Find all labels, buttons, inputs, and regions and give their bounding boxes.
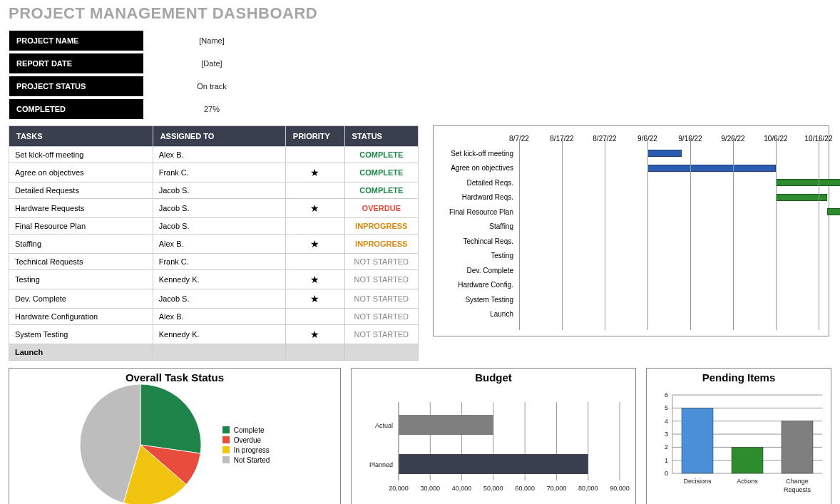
pie-chart-box: Overall Task Status CompleteOverdueIn pr… <box>9 368 341 504</box>
gantt-row-label: Detailed Reqs. <box>434 179 519 187</box>
gantt-row-label: Dev. Complete <box>434 267 519 274</box>
tasks-header-task: TASKS <box>9 126 153 147</box>
gantt-bar <box>647 150 682 157</box>
gantt-bar <box>647 165 776 172</box>
meta-value-completed: 27% <box>144 98 280 120</box>
meta-label-report-date: REPORT DATE <box>9 53 144 74</box>
gantt-row-label: Techincal Reqs. <box>434 237 519 245</box>
pending-chart-title: Pending Items <box>651 371 826 384</box>
priority-cell <box>285 218 344 235</box>
gantt-row: Hardward Reqs. <box>434 190 821 205</box>
status-cell: NOT STARTED <box>344 254 418 270</box>
gantt-row-label: Agree on objectives <box>434 164 519 172</box>
assigned-cell: Jacob S. <box>153 218 285 235</box>
legend-label: Not Started <box>234 456 270 464</box>
budget-chart-box: Budget 20,00030,00040,00050,00060,00070,… <box>351 368 636 504</box>
pending-chart-box: Pending Items 0123456DecisionsActionsCha… <box>646 368 831 504</box>
priority-cell: ★ <box>285 289 344 309</box>
tasks-header-status: STATUS <box>344 126 418 147</box>
gantt-row-label: Hardward Reqs. <box>434 193 519 201</box>
tasks-header-assigned: ASSIGNED TO <box>153 126 285 147</box>
gantt-row: Final Resource Plan <box>434 205 821 220</box>
meta-label-project-status: PROJECT STATUS <box>9 76 144 97</box>
table-row: Final Resource PlanJacob S.INPROGRESS <box>9 218 419 235</box>
gantt-row: Launch <box>434 307 821 322</box>
gantt-row-label: Hardware Config. <box>434 281 519 289</box>
page-title: PROJECT MANAGEMENT DASHBOARD <box>9 4 831 23</box>
svg-text:Decisions: Decisions <box>683 478 712 485</box>
meta-value-report-date: [Date] <box>144 53 280 74</box>
legend-item: In progress <box>222 446 270 454</box>
table-row: Agree on objectivesFrank C.★COMPLETE <box>9 163 419 182</box>
gantt-bar <box>776 179 840 186</box>
svg-text:Planned: Planned <box>369 461 393 468</box>
gantt-row-label: System Testing <box>434 296 519 304</box>
status-cell: NOT STARTED <box>344 309 418 325</box>
svg-text:6: 6 <box>665 391 668 398</box>
legend-label: Complete <box>234 426 265 434</box>
assigned-cell: Kennedy K. <box>153 325 285 344</box>
table-row: Hardware RequestsJacob S.★OVERDUE <box>9 199 419 218</box>
meta-label-project-name: PROJECT NAME <box>9 30 144 51</box>
status-cell: OVERDUE <box>344 199 418 218</box>
svg-text:3: 3 <box>665 431 668 438</box>
gantt-row-label: Testing <box>434 252 519 259</box>
task-cell: Testing <box>9 270 153 289</box>
table-row: StaffingAlex B.★INPROGRESS <box>9 235 419 254</box>
status-cell: COMPLETE <box>344 163 418 182</box>
gantt-row: Detailed Reqs. <box>434 175 821 190</box>
table-row: System TestingKennedy K.★NOT STARTED <box>9 325 419 344</box>
assigned-cell: Jacob S. <box>153 289 285 309</box>
assigned-cell: Alex B. <box>153 147 285 163</box>
pending-bar <box>682 408 713 473</box>
task-cell: Staffing <box>9 235 153 254</box>
svg-text:60,000: 60,000 <box>515 485 535 492</box>
launch-row: Launch <box>9 344 419 361</box>
task-cell: Final Resource Plan <box>9 218 153 235</box>
assigned-cell: Kennedy K. <box>153 270 285 289</box>
status-cell: COMPLETE <box>344 182 418 199</box>
gantt-row: Dev. Complete <box>434 263 821 278</box>
gantt-row: Staffing <box>434 220 821 235</box>
budget-bar <box>399 415 493 435</box>
gantt-row: Techincal Reqs. <box>434 234 821 249</box>
tasks-header-priority: PRIORITY <box>285 126 344 147</box>
svg-text:30,000: 30,000 <box>421 485 441 492</box>
priority-cell: ★ <box>285 235 344 254</box>
task-cell: Agree on objectives <box>9 163 153 182</box>
svg-text:90,000: 90,000 <box>610 485 630 492</box>
task-cell: Hardware Requests <box>9 199 153 218</box>
launch-label: Launch <box>9 344 153 361</box>
pie-chart-title: Overall Task Status <box>14 371 336 384</box>
pie-chart <box>80 384 201 504</box>
gantt-row: Agree on objectives <box>434 161 821 176</box>
assigned-cell: Alex B. <box>153 235 285 254</box>
budget-bar <box>399 454 588 474</box>
gantt-row-label: Staffing <box>434 222 519 230</box>
assigned-cell: Frank C. <box>153 163 285 182</box>
priority-cell: ★ <box>285 163 344 182</box>
status-cell: NOT STARTED <box>344 325 418 344</box>
task-cell: Set kick-off meeting <box>9 147 153 163</box>
table-row: TestingKennedy K.★NOT STARTED <box>9 270 419 289</box>
svg-text:20,000: 20,000 <box>389 485 409 492</box>
table-row: Hardware ConfigurationAlex B.NOT STARTED <box>9 309 419 325</box>
svg-text:Actions: Actions <box>737 478 758 485</box>
status-cell: NOT STARTED <box>344 270 418 289</box>
table-row: Dev. CompleteJacob S.★NOT STARTED <box>9 289 419 309</box>
status-cell: NOT STARTED <box>344 289 418 309</box>
priority-cell <box>285 182 344 199</box>
priority-cell <box>285 147 344 163</box>
svg-text:Change: Change <box>786 478 809 485</box>
task-cell: Technical Requests <box>9 254 153 270</box>
priority-cell: ★ <box>285 270 344 289</box>
svg-text:5: 5 <box>665 404 668 411</box>
meta-value-project-name: [Name] <box>144 30 280 51</box>
gantt-row-label: Final Resource Plan <box>434 208 519 216</box>
legend-item: Complete <box>222 426 270 434</box>
task-cell: Dev. Complete <box>9 289 153 309</box>
gantt-row: Set kick-off meeting <box>434 146 821 161</box>
svg-text:0: 0 <box>665 470 668 477</box>
pending-bar <box>782 421 813 473</box>
budget-chart-title: Budget <box>356 371 631 384</box>
